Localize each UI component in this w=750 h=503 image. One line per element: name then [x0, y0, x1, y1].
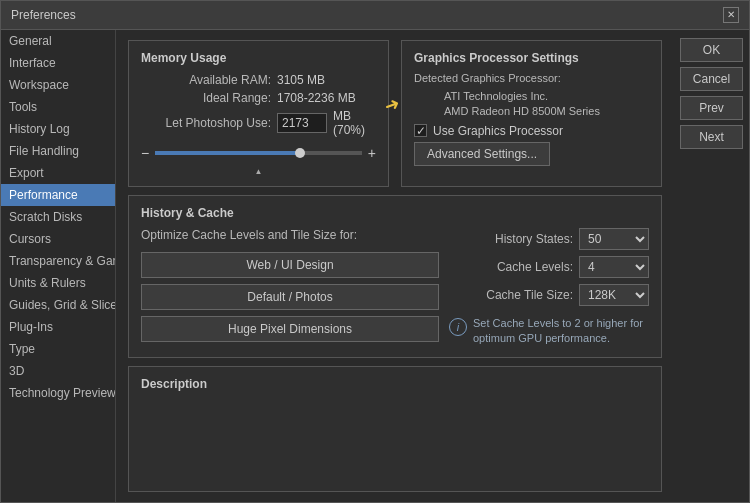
slider-triangle: ▲ [141, 167, 376, 176]
gpu-line1: ATI Technologies Inc. [444, 89, 649, 104]
advanced-settings-button[interactable]: Advanced Settings... [414, 142, 550, 166]
web-ui-design-button[interactable]: Web / UI Design [141, 252, 439, 278]
dialog-title: Preferences [11, 8, 76, 22]
ps-use-label: Let Photoshop Use: [141, 116, 271, 130]
sidebar: GeneralInterfaceWorkspaceToolsHistory Lo… [1, 30, 116, 502]
buttons-panel: OK Cancel Prev Next [674, 30, 749, 502]
gpu-detected-label: Detected Graphics Processor: [414, 71, 649, 85]
sidebar-item-file-handling[interactable]: File Handling [1, 140, 115, 162]
sidebar-item-history-log[interactable]: History Log [1, 118, 115, 140]
ideal-range-label: Ideal Range: [141, 91, 271, 105]
prev-button[interactable]: Prev [680, 96, 743, 120]
sidebar-item-workspace[interactable]: Workspace [1, 74, 115, 96]
memory-slider-fill [155, 151, 300, 155]
sidebar-item-guides,-grid-&-slices[interactable]: Guides, Grid & Slices [1, 294, 115, 316]
sidebar-item-general[interactable]: General [1, 30, 115, 52]
cache-tile-size-row: Cache Tile Size: 128K [449, 284, 649, 306]
hc-left: Optimize Cache Levels and Tile Size for:… [141, 228, 439, 347]
sidebar-item-interface[interactable]: Interface [1, 52, 115, 74]
memory-section: Memory Usage Available RAM: 3105 MB Idea… [128, 40, 389, 187]
available-ram-value: 3105 MB [277, 73, 325, 87]
memory-slider-thumb[interactable] [295, 148, 305, 158]
ps-use-row: Let Photoshop Use: MB (70%) [141, 109, 376, 137]
cancel-button[interactable]: Cancel [680, 67, 743, 91]
cache-tile-size-label: Cache Tile Size: [486, 288, 573, 302]
cache-note-text: Set Cache Levels to 2 or higher for opti… [473, 316, 649, 347]
sidebar-item-units-&-rulers[interactable]: Units & Rulers [1, 272, 115, 294]
slider-minus[interactable]: − [141, 145, 149, 161]
gpu-title: Graphics Processor Settings [414, 51, 649, 65]
history-states-select[interactable]: 50 [579, 228, 649, 250]
sidebar-item-cursors[interactable]: Cursors [1, 228, 115, 250]
cache-levels-label: Cache Levels: [497, 260, 573, 274]
checkbox-check: ✓ [416, 124, 426, 138]
hc-title: History & Cache [141, 206, 649, 220]
sidebar-item-plug-ins[interactable]: Plug-Ins [1, 316, 115, 338]
close-button[interactable]: ✕ [723, 7, 739, 23]
content-area: Memory Usage Available RAM: 3105 MB Idea… [116, 30, 674, 502]
ps-use-input[interactable] [277, 113, 327, 133]
use-gpu-checkbox[interactable]: ✓ [414, 124, 427, 137]
sidebar-item-transparency-&-gamut[interactable]: Transparency & Gamut [1, 250, 115, 272]
gpu-section: Graphics Processor Settings Detected Gra… [401, 40, 662, 187]
available-ram-label: Available RAM: [141, 73, 271, 87]
ideal-range-value: 1708-2236 MB [277, 91, 356, 105]
use-gpu-row[interactable]: ✓ Use Graphics Processor [414, 124, 649, 138]
history-states-label: History States: [495, 232, 573, 246]
hc-inner: Optimize Cache Levels and Tile Size for:… [141, 228, 649, 347]
next-button[interactable]: Next [680, 125, 743, 149]
history-cache-section: History & Cache Optimize Cache Levels an… [128, 195, 662, 358]
hc-right: History States: 50 Cache Levels: 4 [449, 228, 649, 347]
cache-levels-row: Cache Levels: 4 [449, 256, 649, 278]
cache-tile-size-select[interactable]: 128K [579, 284, 649, 306]
main-layout: GeneralInterfaceWorkspaceToolsHistory Lo… [1, 30, 749, 502]
available-ram-row: Available RAM: 3105 MB [141, 73, 376, 87]
gpu-info: ATI Technologies Inc. AMD Radeon HD 8500… [444, 89, 649, 120]
sidebar-item-type[interactable]: Type [1, 338, 115, 360]
memory-slider-row: − + [141, 145, 376, 161]
slider-plus[interactable]: + [368, 145, 376, 161]
description-title: Description [141, 377, 649, 391]
sidebar-item-3d[interactable]: 3D [1, 360, 115, 382]
sidebar-item-performance[interactable]: Performance [1, 184, 115, 206]
gpu-info-wrapper: ➜ ATI Technologies Inc. AMD Radeon HD 85… [414, 89, 649, 120]
title-bar: Preferences ✕ [1, 1, 749, 30]
top-section: Memory Usage Available RAM: 3105 MB Idea… [128, 40, 662, 187]
history-states-row: History States: 50 [449, 228, 649, 250]
info-icon: i [449, 318, 467, 336]
ok-button[interactable]: OK [680, 38, 743, 62]
huge-pixel-button[interactable]: Huge Pixel Dimensions [141, 316, 439, 342]
ideal-range-row: Ideal Range: 1708-2236 MB [141, 91, 376, 105]
sidebar-item-technology-previews[interactable]: Technology Previews [1, 382, 115, 404]
gpu-line2: AMD Radeon HD 8500M Series [444, 104, 649, 119]
memory-details: Available RAM: 3105 MB Ideal Range: 1708… [141, 73, 376, 176]
default-photos-button[interactable]: Default / Photos [141, 284, 439, 310]
cache-levels-select[interactable]: 4 [579, 256, 649, 278]
sidebar-item-scratch-disks[interactable]: Scratch Disks [1, 206, 115, 228]
sidebar-item-export[interactable]: Export [1, 162, 115, 184]
description-section: Description [128, 366, 662, 492]
memory-title: Memory Usage [141, 51, 376, 65]
cache-note: i Set Cache Levels to 2 or higher for op… [449, 316, 649, 347]
memory-slider-track[interactable] [155, 151, 362, 155]
use-gpu-label: Use Graphics Processor [433, 124, 563, 138]
optimize-label: Optimize Cache Levels and Tile Size for: [141, 228, 439, 242]
preferences-dialog: Preferences ✕ GeneralInterfaceWorkspaceT… [0, 0, 750, 503]
gpu-detected-text: Detected Graphics Processor: [414, 72, 561, 84]
sidebar-item-tools[interactable]: Tools [1, 96, 115, 118]
ps-use-unit: MB (70%) [333, 109, 376, 137]
